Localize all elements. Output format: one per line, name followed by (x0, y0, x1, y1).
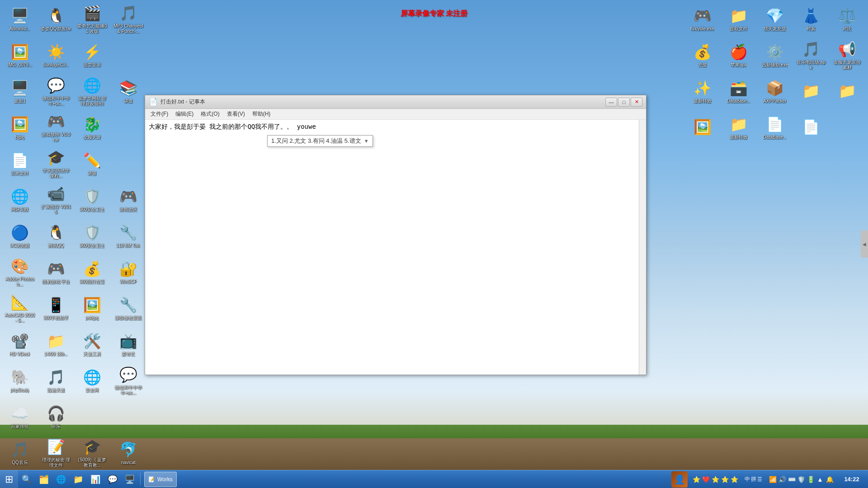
desktop-icon-360mobile[interactable]: 📱 360手机助手 (38, 291, 74, 325)
maximize-button[interactable]: □ (618, 98, 630, 107)
desktop-icon-txt-r2[interactable]: 📄 (793, 111, 829, 145)
minimize-button[interactable]: — (605, 98, 617, 107)
desktop-icon-folder-r1[interactable]: 📁 (793, 75, 829, 108)
edge-tab[interactable]: ◀ (861, 230, 868, 258)
desktop-icon-jiangdao1[interactable]: 📚 讲道 (111, 75, 146, 108)
menu-view[interactable]: 查看(V) (223, 109, 249, 119)
menu-edit[interactable]: 编辑(E) (172, 109, 197, 119)
notification-icon[interactable]: 🔔 (826, 475, 834, 483)
systray-heart-icon[interactable]: ❤️ (702, 475, 710, 483)
desktop-icon-txt-r1[interactable]: 📄 DataBase... (757, 111, 793, 145)
systray-star3-icon[interactable]: ⭐ (721, 475, 729, 483)
desktop-icon-tiantian[interactable]: 🎵 迅迪天道 (38, 364, 74, 398)
desktop-icon-psbjpg[interactable]: 🖼️ psbjpg (75, 291, 110, 325)
desktop-icon-iqiyi2[interactable]: 📺 爱奇艺 (111, 328, 146, 361)
desktop-icon-360-2[interactable]: 🛡️ 360安全卫士 (75, 219, 110, 253)
desktop-icon-iqiyi-player[interactable]: 🎬 爱奇艺万能播01 改版 (75, 2, 110, 36)
desktop-icon-phpstudy[interactable]: 🐘 phpStudy (2, 364, 38, 398)
notepad-scrollbar[interactable] (639, 120, 646, 375)
desktop-icon-bjjpg[interactable]: 🖼️ bjjpg (2, 111, 38, 145)
security-icon[interactable]: 🛡️ (797, 475, 805, 483)
desktop-icon-jinfutl-material[interactable]: 📢 金服天龙宣传素材 (830, 38, 865, 72)
desktop-icon-extract[interactable]: 📁 提取文件 (721, 2, 756, 36)
desktop-icon-shizhuang[interactable]: 👗 时装 (793, 2, 829, 36)
desktop-icon-sunlogin[interactable]: ☀️ SunloginCli... (38, 38, 74, 72)
desktop-icon-jiangdao2[interactable]: ✏️ 讲道 (75, 147, 110, 181)
desktop-icon-img[interactable]: 🖼️ IMG_0079... (2, 38, 38, 72)
notepad-textarea[interactable]: 大家好，我是彭于晏 我之前的那个QQ我不用了。。 youwe (145, 120, 646, 375)
desktop-icon-expand[interactable]: 📹 扩展指导 V2015 (38, 183, 74, 217)
volume-icon[interactable]: 🔊 (778, 475, 786, 483)
start-button[interactable]: ⊞ (0, 470, 18, 488)
desktop-icon-360guard[interactable]: 🛡️ 360安全卫士 (75, 183, 110, 217)
desktop-icon-navicat[interactable]: 🐬 navicat (111, 436, 146, 470)
desktop-icon-118tool[interactable]: 🔧 118 8M Tool (111, 219, 146, 253)
systray-star-icon[interactable]: ⭐ (692, 475, 700, 483)
desktop-icon-mp3[interactable]: 🎵 MP3 Chanyeol & Punch-... (111, 2, 146, 36)
desktop-icon-360bao[interactable]: 💰 360我行在宝 (75, 255, 110, 289)
close-button[interactable]: ✕ (631, 98, 642, 107)
ime-indicator[interactable]: 中 拼 ☰ (743, 475, 764, 483)
tray-expand-icon[interactable]: ▲ (816, 475, 824, 483)
taskbar-icon-browser[interactable]: 🌐 (52, 471, 70, 488)
desktop-icon-folder-r3[interactable]: 🖼️ (685, 111, 720, 145)
taskbar-icon-search[interactable]: 🔍 (18, 471, 35, 488)
desktop-icon-s009[interactable]: 🎓 (S009)《 蓝梦教育教... (75, 436, 110, 470)
taskbar-clock[interactable]: 14:22 (838, 470, 865, 488)
desktop-icon-folder-r4[interactable]: 📁 最新特效 (721, 111, 756, 145)
taskbar-avatar[interactable]: 👤 (671, 471, 688, 488)
keyboard-icon[interactable]: ⌨️ (788, 475, 796, 483)
desktop-icon-folder-r2[interactable]: 📁 (830, 75, 865, 108)
desktop-icon-xunlei[interactable]: ⚡ 迅雷安卓 (75, 38, 110, 72)
desktop-icon-qqmusic[interactable]: 🎵 QQ音乐 (2, 436, 38, 470)
systray-star2-icon[interactable]: ⭐ (711, 475, 719, 483)
desktop-icon-apple-ipa[interactable]: 🍎 苹果.ipa (721, 38, 756, 72)
desktop-icon-database[interactable]: 🗃️ DataBase... (721, 75, 756, 108)
desktop-icon-zuixin-texi[interactable]: ✨ 最新特效 (685, 75, 720, 108)
desktop-icon-gamezone[interactable]: 🎮 游戏边区 (111, 183, 146, 217)
desktop-icon-wangji[interactable]: 🌐 网际无线 (2, 183, 38, 217)
desktop-icon-cheetah[interactable]: 🎮 猎豹游戏 平台 (38, 255, 74, 289)
desktop-icon-listen[interactable]: 🎧 听乐 (38, 400, 74, 434)
desktop-icon-qq[interactable]: 🐧 腾讯QQ (38, 219, 74, 253)
desktop-icon-autocad[interactable]: 📐 AutoCAD 2010 - S... (2, 291, 38, 325)
desktop-icon-milu[interactable]: 📝 理理的秘密 理理文件 (38, 436, 74, 470)
taskbar-icon-explorer[interactable]: 📁 (70, 471, 87, 488)
network-icon[interactable]: 📶 (769, 475, 777, 483)
desktop-icon-baiducloud[interactable]: ☁️ 百家传统 (2, 400, 38, 434)
desktop-icon-baojing[interactable]: 🔧 爆惊修改里面 (111, 291, 146, 325)
desktop-icon-lietianlongchongzhi[interactable]: 💎 猎天龙充值 (757, 2, 793, 36)
desktop-icon-qq-group[interactable]: 🐧 娄娄QQ群发rar (38, 2, 74, 36)
desktop-icon-anquanwang[interactable]: 🌐 安全网 (75, 364, 110, 398)
desktop-icon-duibi[interactable]: ⚖️ 对比 (830, 2, 865, 36)
desktop-icon-14-09[interactable]: 📁 14/09 18b... (38, 328, 74, 361)
desktop-icon-wechat2[interactable]: 💬 微信和牛中华 牛+pc... (111, 364, 146, 398)
desktop-icon-game-player[interactable]: 🎮 游戏放映 V6.0 rar (38, 111, 74, 145)
desktop-icon-desktop1[interactable]: 🖥️ 桌面1 (2, 75, 38, 108)
ime-dropdown-arrow[interactable]: ▼ (364, 138, 369, 144)
taskbar-icon-taskview[interactable]: 🗂️ (35, 471, 52, 488)
desktop-icon-tianlong[interactable]: 🐉 全服天龙 (75, 111, 110, 145)
desktop-icon-wechat[interactable]: 💬 微信和牛中华 牛+pc... (38, 75, 74, 108)
taskbar-icon-msg[interactable]: 💬 (104, 471, 121, 488)
menu-file[interactable]: 文件(F) (147, 109, 172, 119)
desktop-icon-xuetian[interactable]: 🎓 学天历历法学 课程... (38, 147, 74, 181)
desktop-icon-xunxin-exe[interactable]: ⚙️ 迅新辅助.exe (757, 38, 793, 72)
desktop-icon-baimifile[interactable]: 📄 百米文件 (2, 147, 38, 181)
desktop-icon-uc[interactable]: 🔵 UC浏览器 (2, 219, 38, 253)
desktop-icon-winscp[interactable]: 🔐 WinSCP (111, 255, 146, 289)
desktop-icon-photoshop[interactable]: 🎨 Adobe Photosh... (2, 255, 38, 289)
desktop-icon-tianlong-tool[interactable]: 🛠️ 天龙工具 (75, 328, 110, 361)
taskbar-item-works[interactable]: 📝 Works (144, 472, 177, 487)
desktop-icon-administrator[interactable]: 🖥️ Administ... (2, 2, 38, 36)
desktop-icon-axppacker[interactable]: 📦 AXPPacker (757, 75, 793, 108)
desktop-icon-hdvdeck[interactable]: 📽️ HD VDeck (2, 328, 38, 361)
menu-help[interactable]: 帮助(H) (249, 109, 274, 119)
taskbar-icon-monitor[interactable]: 🖥️ (121, 471, 138, 488)
desktop-icon-fuxiyule[interactable]: 🎮 fuxiyule.exe (685, 2, 720, 36)
taskbar-icon-chart[interactable]: 📊 (87, 471, 104, 488)
desktop-icon-lanmeng[interactable]: 🌐 蓝梦华网站 管理及及级别 (75, 75, 110, 108)
ime-dropdown[interactable]: 1.又问 2.尤文 3.有问 4.油温 5.谱文 ▼ (267, 135, 373, 147)
battery-icon[interactable]: 🔋 (807, 475, 815, 483)
menu-format[interactable]: 格式(O) (197, 109, 223, 119)
